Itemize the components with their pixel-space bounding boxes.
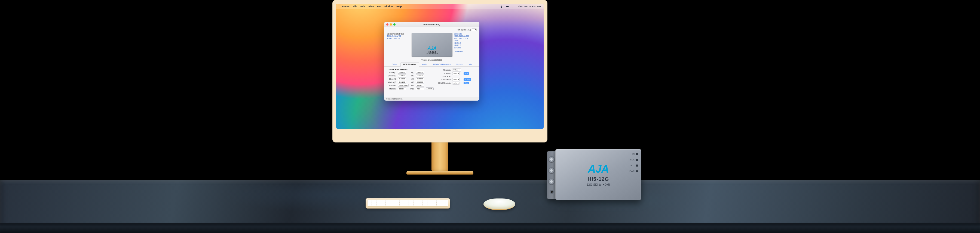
zoom-icon[interactable] — [393, 24, 396, 25]
max-cll-input[interactable]: 10000 — [398, 87, 406, 90]
tab-update[interactable]: Update — [453, 62, 466, 67]
white-y-input[interactable]: 0.32900 — [416, 81, 424, 84]
macos-menubar: Finder File Edit View Go Window Help Thu… — [336, 4, 544, 9]
tab-info[interactable]: Info — [466, 62, 475, 67]
tab-output[interactable]: Output — [389, 62, 401, 67]
table-row: White x(C)0.31270x(C)0.32900 — [387, 81, 434, 84]
menubar-item[interactable]: Edit — [360, 5, 365, 8]
table-row: Green x(C)0.30000x(C)0.30000 — [387, 74, 434, 77]
max-fall-input[interactable]: 400 — [416, 87, 424, 90]
led-label: OUT — [629, 164, 638, 166]
table-row: DM Lum.rem 0.0050Max10000 — [387, 84, 434, 87]
output-format-info: SelenaBig 4096x2160p/psf 60 YCC 10bit YC… — [454, 33, 477, 57]
metadata-controls-group: MetadataFollow DM,HDMIAutoHLG SDR HDR Co… — [437, 68, 472, 90]
mouse — [484, 198, 515, 210]
led-label: PWR — [629, 170, 638, 172]
tab-hdr-metadata[interactable]: HDR Metadata — [401, 62, 419, 67]
led-indicators: IN LCK OUT PWR — [629, 153, 638, 172]
close-icon[interactable] — [386, 24, 388, 25]
dm-hdmi-select[interactable]: Auto — [452, 72, 460, 75]
green-y-input[interactable]: 0.30000 — [416, 74, 424, 77]
blue-x-input[interactable]: 0.15000 — [398, 78, 406, 80]
metadata-select[interactable]: Follow — [452, 68, 461, 71]
dm-lum-min-input[interactable]: rem 0.0050 — [398, 84, 408, 87]
green-x-input[interactable]: 0.30000 — [398, 74, 406, 77]
window-titlebar[interactable]: AJA Mini-Config — [384, 22, 479, 27]
table-row: Max CLL10000FALL400Reset — [387, 87, 434, 90]
colorimetry-select[interactable]: Auto — [452, 78, 460, 81]
power-connector-icon — [550, 190, 554, 194]
menubar-item[interactable]: Go — [377, 5, 380, 8]
reset-button[interactable]: Reset — [426, 87, 434, 90]
imac: Finder File Edit View Go Window Help Thu… — [332, 0, 547, 143]
white-x-input[interactable]: 0.31270 — [398, 81, 406, 84]
tab-audio[interactable]: Audio — [419, 62, 430, 67]
svg-point-4 — [514, 6, 514, 6]
minimize-icon[interactable] — [390, 24, 392, 25]
menubar-item[interactable]: View — [368, 5, 374, 8]
version-label: Version 1.7.bc d20052138 — [384, 59, 479, 61]
port-selector[interactable] — [472, 28, 477, 31]
wifi-icon[interactable] — [500, 5, 503, 8]
hardware-subtitle: 12G-SDI to HDMI — [587, 183, 610, 186]
converter-box: AJA Hi5-12G 12G-SDI to HDMI IN LCK OUT P… — [555, 149, 641, 200]
status-badge: BT.2020 — [464, 78, 471, 81]
imac-screen: Finder File Edit View Go Window Help Thu… — [336, 4, 544, 129]
led-label: IN — [629, 153, 638, 155]
battery-icon[interactable] — [506, 5, 509, 8]
status-badge: Auto — [464, 82, 469, 84]
imac-bezel: Finder File Edit View Go Window Help Thu… — [332, 0, 547, 143]
menubar-app-name[interactable]: Finder — [342, 5, 350, 8]
table-row: MetadataFollow — [437, 68, 472, 72]
traffic-lights — [386, 24, 396, 25]
port-selector-label: Port 3 (Hi5-12G) — [457, 29, 471, 31]
tab-hdmi-overrides[interactable]: HDMI-Out Overrides — [430, 62, 453, 67]
hardware-model: Hi5-12G — [588, 176, 609, 182]
menubar-clock[interactable]: Thu Jun 10 9:41 AM — [518, 5, 541, 8]
svg-point-5 — [512, 7, 513, 7]
menubar-item[interactable]: Window — [384, 5, 393, 8]
keyboard — [366, 198, 450, 209]
brand-logo: AJA — [428, 46, 437, 51]
connection-status: Connected — [454, 51, 477, 53]
table-row: SDR HDR — [437, 75, 472, 78]
menubar-item[interactable]: File — [353, 5, 358, 8]
red-x-input[interactable]: 0.64000 — [398, 71, 406, 74]
led-label: LCK — [629, 159, 638, 161]
custom-hdmi-metadata-group: Custom HDMI Metadata Red x(C)0.64000x(C)… — [387, 68, 434, 90]
device-subtitle: 12G-SDI TO HDMI — [426, 53, 438, 55]
table-row: DM,HDMIAutoHLG — [437, 72, 472, 75]
menubar-item[interactable]: Help — [396, 5, 402, 8]
app-window: AJA Mini-Config Port 3 (Hi5-12G) SelenaD… — [384, 22, 479, 101]
imac-stand — [422, 143, 458, 188]
control-center-icon[interactable] — [512, 5, 515, 8]
bnc-connector-icon — [549, 179, 555, 185]
converter-connector-panel — [547, 151, 556, 199]
table-row: Red x(C)0.64000x(C)0.64000 — [387, 71, 434, 74]
window-status-bar: Connected to device. — [384, 97, 479, 101]
tab-bar: Output HDR Metadata Audio HDMI-Out Overr… — [384, 62, 479, 67]
red-y-input[interactable]: 0.64000 — [416, 71, 424, 74]
desk-edge — [0, 223, 980, 233]
svg-rect-2 — [508, 6, 509, 7]
hdmi-metadata-select[interactable]: Auto — [452, 82, 460, 84]
table-row: ColorimetryAutoBT.2020 — [437, 78, 472, 81]
device-thumbnail: AJA Hi5-12G 12G-SDI TO HDMI — [412, 33, 452, 57]
table-row: HDMI MetadataAutoAuto — [437, 81, 472, 85]
window-title: AJA Mini-Config — [423, 23, 440, 25]
bnc-connector-icon — [549, 156, 555, 162]
device-model: Hi5-12G — [428, 51, 436, 53]
status-badge: HLG — [464, 72, 469, 75]
input-format-info: SelenaDigisat 3D 60p 4096x2160/psf 60 YC… — [387, 33, 410, 57]
brand-logo: AJA — [588, 163, 609, 175]
svg-point-0 — [501, 7, 501, 8]
dm-lum-max-input[interactable]: 10000 — [416, 84, 424, 87]
svg-rect-3 — [506, 6, 508, 7]
bnc-connector-icon — [549, 168, 555, 173]
table-row: Blue x(C)0.15000x(C)0.15000 — [387, 77, 434, 81]
blue-y-input[interactable]: 0.15000 — [416, 78, 424, 80]
